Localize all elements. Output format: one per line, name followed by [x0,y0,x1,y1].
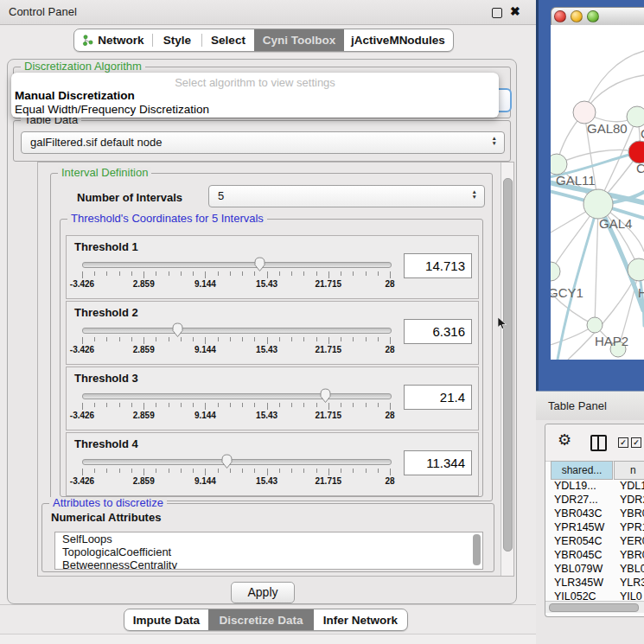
algorithm-option-equal-width[interactable]: Equal Width/Frequency Discretization [15,103,209,116]
settings-scrollbar-thumb[interactable] [503,178,513,552]
table-row[interactable]: YER054CYER0 [545,535,644,549]
close-icon[interactable]: ✖ [510,4,520,18]
major-tick [205,469,206,475]
attribute-list-item[interactable]: BetweennessCentrality [55,558,482,570]
tick-label: -3.426 [61,476,104,486]
major-tick [82,271,83,278]
slider-thumb[interactable] [171,322,184,338]
gear-icon[interactable]: ⚙ [558,432,571,448]
attributes-scrollbar[interactable] [473,534,481,565]
minor-tick [169,271,169,276]
table-hscrollbar-thumb[interactable] [549,603,639,612]
slider-track[interactable] [82,262,392,268]
table-row[interactable]: YDR27...YDR2 [545,494,644,507]
minor-tick [366,469,367,473]
network-node[interactable] [587,317,603,333]
network-node[interactable] [627,106,644,127]
column-header-shared[interactable]: shared... [551,461,613,480]
minor-tick [181,271,182,276]
apply-button[interactable]: Apply [231,582,295,603]
minor-tick [131,271,132,276]
major-tick [82,337,83,344]
slider-track[interactable] [82,328,392,334]
major-tick [143,271,144,278]
tab-select[interactable]: Select [202,29,254,51]
network-node[interactable] [551,154,567,175]
major-tick [205,403,206,410]
minor-tick [316,469,317,473]
attributes-group-label: Attributes to discretize [49,497,167,509]
tab-style[interactable]: Style [153,29,201,51]
attribute-list-item[interactable]: SelfLoops [55,532,482,545]
network-canvas[interactable]: GAL80GACGAL11GAL4GCY1HHAP2 [551,25,644,360]
algorithm-option-manual[interactable]: Manual Discretization [15,89,135,102]
minor-tick [378,469,379,473]
tick-label: -3.426 [61,411,104,420]
table-row[interactable]: YDL19...YDL1 [545,480,644,494]
control-panel-tabbar: Network Style Select Cyni Toolbox jActiv… [73,29,454,52]
close-traffic-light-icon[interactable] [554,10,566,22]
columns-icon[interactable] [590,435,607,451]
tick-label: 2.859 [122,411,165,420]
tab-discretize-data[interactable]: Discretize Data [208,609,314,630]
cyni-toolbox-panel: Discretization Algorithm Table Data galF… [7,59,517,604]
minor-tick [353,271,354,276]
threshold-value-field[interactable]: 11.344 [404,450,472,475]
table-row[interactable]: YIL052CYIL0 [545,590,644,601]
threshold-value-field[interactable]: 6.316 [404,319,472,344]
attribute-list-item[interactable]: TopologicalCoefficient [55,545,482,558]
slider-thumb[interactable] [220,453,233,469]
zoom-traffic-light-icon[interactable] [587,10,599,22]
cell-name: YPR1 [620,521,644,533]
tab-impute-data[interactable]: Impute Data [124,609,208,630]
tab-network[interactable]: Network [74,29,152,51]
settings-scrollbar[interactable] [501,163,513,576]
tick-label: 15.43 [245,345,289,354]
network-node[interactable] [583,189,613,219]
minor-tick [291,403,292,407]
table-row[interactable]: YBL079WYBL0 [545,563,644,577]
minor-tick [378,337,379,341]
slider-thumb[interactable] [253,256,266,272]
minor-tick [303,403,304,407]
slider-track[interactable] [82,459,392,465]
major-tick [143,403,144,410]
table-hscrollbar[interactable] [545,601,644,613]
minor-tick [353,403,354,407]
tab-infer-network[interactable]: Infer Network [314,609,407,630]
table-row[interactable]: YPR145WYPR1 [545,521,644,535]
network-node[interactable] [551,262,560,281]
major-tick [267,337,268,344]
tick-label: -3.426 [61,345,104,354]
minor-tick [254,469,255,473]
minor-tick [181,337,182,341]
thresholds-group-label: Threshold's Coordinates for 5 Intervals [67,213,267,225]
major-tick [267,403,268,410]
slider-thumb[interactable] [319,387,332,404]
number-of-intervals-combobox[interactable]: 5 ▲▼ [208,185,485,207]
table-row[interactable]: YBR043CYBR0 [545,507,644,521]
threshold-panel: Threshold 4-3.4262.8599.14415.4321.71528… [66,432,479,496]
minimize-traffic-light-icon[interactable] [571,10,583,22]
slider-track[interactable] [82,393,392,399]
number-of-intervals-label: Number of Intervals [77,191,182,204]
float-window-icon[interactable] [492,8,502,18]
minor-tick [169,337,169,341]
network-edge [584,51,644,112]
numerical-attributes-list[interactable]: SelfLoopsTopologicalCoefficientBetweenne… [54,532,483,570]
tab-jactivemnodules[interactable]: jActiveMNodules [344,29,452,51]
threshold-value-field[interactable]: 14.713 [404,253,472,278]
table-row[interactable]: YLR345WYLR3 [545,577,644,590]
select-all-checkbox-icon[interactable]: ✓ [618,437,628,448]
tab-cyni-toolbox[interactable]: Cyni Toolbox [254,29,344,51]
node-table: ⚙ ✓ ✓ shared... n YDL19...YDL1YDR27...YD… [545,424,644,617]
threshold-value-field[interactable]: 21.4 [404,385,472,410]
network-node-label: GCY1 [551,285,583,300]
column-header-name[interactable]: n [614,461,644,480]
minor-tick [341,403,341,407]
table-data-combobox[interactable]: galFiltered.sif default node ▲▼ [21,131,505,154]
network-edge [557,150,640,164]
select-none-checkbox-icon[interactable]: ✓ [631,437,641,448]
major-tick [143,337,144,344]
table-row[interactable]: YBR045CYBR0 [545,549,644,563]
